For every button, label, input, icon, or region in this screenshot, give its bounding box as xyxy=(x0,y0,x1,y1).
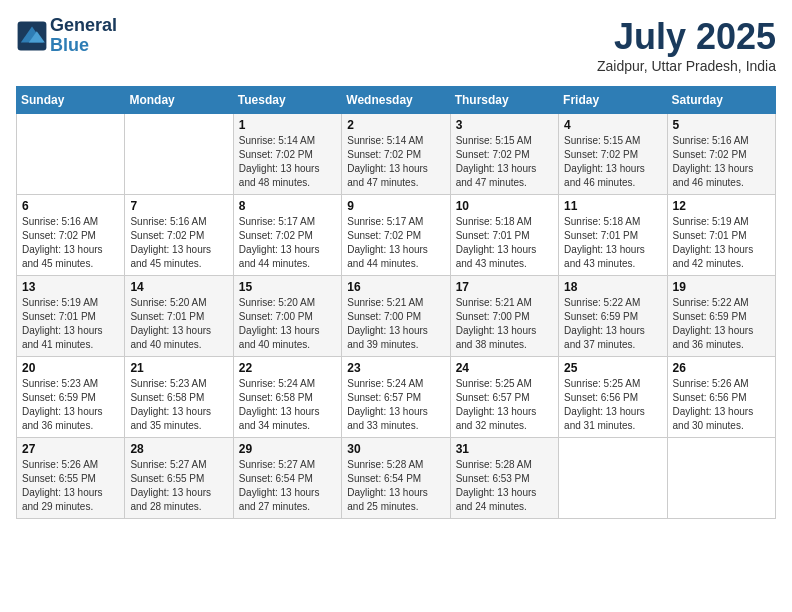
day-number: 27 xyxy=(22,442,119,456)
weekday-monday: Monday xyxy=(125,87,233,114)
day-number: 7 xyxy=(130,199,227,213)
day-cell xyxy=(17,114,125,195)
day-info: Sunrise: 5:18 AM Sunset: 7:01 PM Dayligh… xyxy=(564,215,661,271)
day-cell: 16Sunrise: 5:21 AM Sunset: 7:00 PM Dayli… xyxy=(342,276,450,357)
day-info: Sunrise: 5:21 AM Sunset: 7:00 PM Dayligh… xyxy=(347,296,444,352)
day-number: 10 xyxy=(456,199,553,213)
weekday-header-row: SundayMondayTuesdayWednesdayThursdayFrid… xyxy=(17,87,776,114)
day-number: 30 xyxy=(347,442,444,456)
week-row-5: 27Sunrise: 5:26 AM Sunset: 6:55 PM Dayli… xyxy=(17,438,776,519)
day-info: Sunrise: 5:16 AM Sunset: 7:02 PM Dayligh… xyxy=(673,134,770,190)
week-row-3: 13Sunrise: 5:19 AM Sunset: 7:01 PM Dayli… xyxy=(17,276,776,357)
location: Zaidpur, Uttar Pradesh, India xyxy=(597,58,776,74)
day-info: Sunrise: 5:15 AM Sunset: 7:02 PM Dayligh… xyxy=(564,134,661,190)
day-info: Sunrise: 5:26 AM Sunset: 6:55 PM Dayligh… xyxy=(22,458,119,514)
day-info: Sunrise: 5:14 AM Sunset: 7:02 PM Dayligh… xyxy=(239,134,336,190)
day-info: Sunrise: 5:27 AM Sunset: 6:55 PM Dayligh… xyxy=(130,458,227,514)
day-number: 8 xyxy=(239,199,336,213)
day-number: 2 xyxy=(347,118,444,132)
day-number: 3 xyxy=(456,118,553,132)
day-info: Sunrise: 5:16 AM Sunset: 7:02 PM Dayligh… xyxy=(22,215,119,271)
day-info: Sunrise: 5:25 AM Sunset: 6:56 PM Dayligh… xyxy=(564,377,661,433)
page-header: General Blue July 2025 Zaidpur, Uttar Pr… xyxy=(16,16,776,74)
day-cell: 7Sunrise: 5:16 AM Sunset: 7:02 PM Daylig… xyxy=(125,195,233,276)
day-number: 6 xyxy=(22,199,119,213)
day-number: 19 xyxy=(673,280,770,294)
calendar-table: SundayMondayTuesdayWednesdayThursdayFrid… xyxy=(16,86,776,519)
day-cell: 30Sunrise: 5:28 AM Sunset: 6:54 PM Dayli… xyxy=(342,438,450,519)
day-number: 28 xyxy=(130,442,227,456)
day-cell: 3Sunrise: 5:15 AM Sunset: 7:02 PM Daylig… xyxy=(450,114,558,195)
day-cell: 28Sunrise: 5:27 AM Sunset: 6:55 PM Dayli… xyxy=(125,438,233,519)
day-cell xyxy=(125,114,233,195)
day-number: 25 xyxy=(564,361,661,375)
day-number: 26 xyxy=(673,361,770,375)
day-cell: 8Sunrise: 5:17 AM Sunset: 7:02 PM Daylig… xyxy=(233,195,341,276)
weekday-tuesday: Tuesday xyxy=(233,87,341,114)
week-row-1: 1Sunrise: 5:14 AM Sunset: 7:02 PM Daylig… xyxy=(17,114,776,195)
day-info: Sunrise: 5:19 AM Sunset: 7:01 PM Dayligh… xyxy=(22,296,119,352)
day-info: Sunrise: 5:17 AM Sunset: 7:02 PM Dayligh… xyxy=(239,215,336,271)
day-number: 20 xyxy=(22,361,119,375)
day-info: Sunrise: 5:21 AM Sunset: 7:00 PM Dayligh… xyxy=(456,296,553,352)
day-info: Sunrise: 5:20 AM Sunset: 7:00 PM Dayligh… xyxy=(239,296,336,352)
day-cell: 5Sunrise: 5:16 AM Sunset: 7:02 PM Daylig… xyxy=(667,114,775,195)
day-cell: 1Sunrise: 5:14 AM Sunset: 7:02 PM Daylig… xyxy=(233,114,341,195)
day-cell: 13Sunrise: 5:19 AM Sunset: 7:01 PM Dayli… xyxy=(17,276,125,357)
day-number: 5 xyxy=(673,118,770,132)
day-cell: 14Sunrise: 5:20 AM Sunset: 7:01 PM Dayli… xyxy=(125,276,233,357)
day-number: 14 xyxy=(130,280,227,294)
day-info: Sunrise: 5:23 AM Sunset: 6:58 PM Dayligh… xyxy=(130,377,227,433)
day-info: Sunrise: 5:24 AM Sunset: 6:57 PM Dayligh… xyxy=(347,377,444,433)
weekday-saturday: Saturday xyxy=(667,87,775,114)
day-number: 31 xyxy=(456,442,553,456)
day-cell: 10Sunrise: 5:18 AM Sunset: 7:01 PM Dayli… xyxy=(450,195,558,276)
day-cell xyxy=(559,438,667,519)
day-info: Sunrise: 5:22 AM Sunset: 6:59 PM Dayligh… xyxy=(673,296,770,352)
logo-line2: Blue xyxy=(50,36,117,56)
day-info: Sunrise: 5:15 AM Sunset: 7:02 PM Dayligh… xyxy=(456,134,553,190)
day-cell: 19Sunrise: 5:22 AM Sunset: 6:59 PM Dayli… xyxy=(667,276,775,357)
day-info: Sunrise: 5:25 AM Sunset: 6:57 PM Dayligh… xyxy=(456,377,553,433)
day-cell: 23Sunrise: 5:24 AM Sunset: 6:57 PM Dayli… xyxy=(342,357,450,438)
logo-icon xyxy=(16,20,48,52)
day-info: Sunrise: 5:23 AM Sunset: 6:59 PM Dayligh… xyxy=(22,377,119,433)
day-cell: 26Sunrise: 5:26 AM Sunset: 6:56 PM Dayli… xyxy=(667,357,775,438)
logo: General Blue xyxy=(16,16,117,56)
day-number: 15 xyxy=(239,280,336,294)
day-info: Sunrise: 5:14 AM Sunset: 7:02 PM Dayligh… xyxy=(347,134,444,190)
day-number: 21 xyxy=(130,361,227,375)
title-block: July 2025 Zaidpur, Uttar Pradesh, India xyxy=(597,16,776,74)
day-info: Sunrise: 5:27 AM Sunset: 6:54 PM Dayligh… xyxy=(239,458,336,514)
day-cell: 15Sunrise: 5:20 AM Sunset: 7:00 PM Dayli… xyxy=(233,276,341,357)
calendar-body: 1Sunrise: 5:14 AM Sunset: 7:02 PM Daylig… xyxy=(17,114,776,519)
day-number: 1 xyxy=(239,118,336,132)
day-cell: 2Sunrise: 5:14 AM Sunset: 7:02 PM Daylig… xyxy=(342,114,450,195)
day-cell: 18Sunrise: 5:22 AM Sunset: 6:59 PM Dayli… xyxy=(559,276,667,357)
day-info: Sunrise: 5:19 AM Sunset: 7:01 PM Dayligh… xyxy=(673,215,770,271)
day-number: 17 xyxy=(456,280,553,294)
day-cell: 6Sunrise: 5:16 AM Sunset: 7:02 PM Daylig… xyxy=(17,195,125,276)
day-info: Sunrise: 5:24 AM Sunset: 6:58 PM Dayligh… xyxy=(239,377,336,433)
month-title: July 2025 xyxy=(597,16,776,58)
day-cell: 12Sunrise: 5:19 AM Sunset: 7:01 PM Dayli… xyxy=(667,195,775,276)
weekday-thursday: Thursday xyxy=(450,87,558,114)
day-info: Sunrise: 5:18 AM Sunset: 7:01 PM Dayligh… xyxy=(456,215,553,271)
day-number: 29 xyxy=(239,442,336,456)
day-number: 22 xyxy=(239,361,336,375)
week-row-4: 20Sunrise: 5:23 AM Sunset: 6:59 PM Dayli… xyxy=(17,357,776,438)
day-cell: 22Sunrise: 5:24 AM Sunset: 6:58 PM Dayli… xyxy=(233,357,341,438)
weekday-sunday: Sunday xyxy=(17,87,125,114)
day-cell: 27Sunrise: 5:26 AM Sunset: 6:55 PM Dayli… xyxy=(17,438,125,519)
day-info: Sunrise: 5:16 AM Sunset: 7:02 PM Dayligh… xyxy=(130,215,227,271)
day-info: Sunrise: 5:28 AM Sunset: 6:53 PM Dayligh… xyxy=(456,458,553,514)
day-info: Sunrise: 5:22 AM Sunset: 6:59 PM Dayligh… xyxy=(564,296,661,352)
day-cell: 24Sunrise: 5:25 AM Sunset: 6:57 PM Dayli… xyxy=(450,357,558,438)
day-cell: 11Sunrise: 5:18 AM Sunset: 7:01 PM Dayli… xyxy=(559,195,667,276)
day-cell: 17Sunrise: 5:21 AM Sunset: 7:00 PM Dayli… xyxy=(450,276,558,357)
day-cell: 25Sunrise: 5:25 AM Sunset: 6:56 PM Dayli… xyxy=(559,357,667,438)
day-cell xyxy=(667,438,775,519)
day-number: 11 xyxy=(564,199,661,213)
day-number: 18 xyxy=(564,280,661,294)
day-cell: 9Sunrise: 5:17 AM Sunset: 7:02 PM Daylig… xyxy=(342,195,450,276)
